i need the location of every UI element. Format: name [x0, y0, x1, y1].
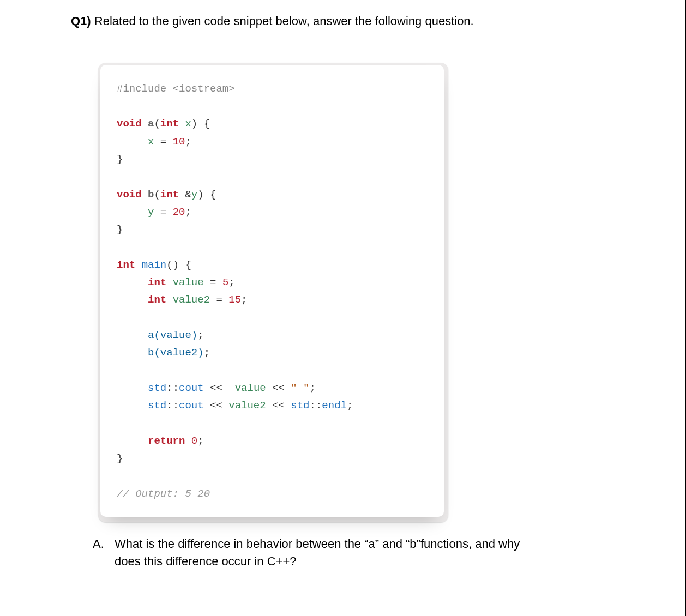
code-arg-value: (value)	[154, 329, 197, 341]
code-type-int: int	[148, 294, 166, 306]
code-preprocessor: #include <iostream>	[117, 83, 235, 95]
code-sig-close: ) {	[191, 118, 210, 130]
code-eq: =	[154, 136, 172, 148]
code-brace: }	[117, 452, 123, 464]
code-fn-main: main	[142, 259, 167, 271]
code-brace: }	[117, 224, 123, 235]
code-semi: ;	[197, 329, 203, 341]
code-eq: =	[154, 206, 172, 218]
code-semi: ;	[197, 435, 203, 447]
code-sig: () {	[166, 259, 191, 271]
code-card-wrapper: #include <iostream> void a(int x) { x = …	[98, 63, 448, 522]
code-ns-std: std	[291, 400, 309, 412]
question-number: Q1)	[71, 14, 91, 28]
sub-question: A. What is the difference in behavior be…	[93, 535, 545, 570]
code-semi: ;	[185, 206, 191, 218]
code-sig-close: ) {	[197, 189, 216, 201]
code-scope: ::	[310, 400, 322, 412]
sub-question-text: What is the difference in behavior betwe…	[115, 535, 545, 570]
code-ns-std: std	[148, 400, 166, 412]
sub-question-letter: A.	[93, 535, 107, 553]
code-num-10: 10	[173, 136, 185, 148]
code-op: <<	[266, 400, 291, 412]
code-arg-value2: (value2)	[154, 347, 203, 359]
code-op: <<	[204, 382, 229, 394]
code-num-5: 5	[222, 276, 228, 288]
code-value2: value2	[228, 400, 266, 412]
code-type-int: int	[160, 189, 179, 201]
code-keyword-void: void	[117, 118, 142, 130]
code-var-x: x	[148, 136, 154, 148]
question-header: Q1) Related to the given code snippet be…	[71, 13, 609, 30]
code-cout: cout	[179, 382, 204, 394]
code-endl: endl	[322, 400, 347, 412]
code-value: value	[235, 382, 266, 394]
code-call-b: b	[148, 347, 154, 359]
code-output-comment: // Output: 5 20	[117, 488, 210, 500]
code-param-x: x	[185, 118, 191, 130]
code-str-space: " "	[291, 382, 309, 394]
code-block: #include <iostream> void a(int x) { x = …	[117, 80, 428, 503]
code-param-y: y	[191, 189, 197, 201]
code-cout: cout	[179, 400, 204, 412]
code-var-y: y	[148, 206, 154, 218]
code-semi: ;	[228, 276, 234, 288]
code-semi: ;	[241, 294, 247, 306]
code-call-a: a	[148, 329, 154, 341]
code-semi: ;	[347, 400, 353, 412]
code-op: <<	[266, 382, 291, 394]
code-brace: }	[117, 153, 123, 165]
code-keyword-void: void	[117, 189, 142, 201]
code-zero: 0	[191, 435, 197, 447]
code-card: #include <iostream> void a(int x) { x = …	[100, 65, 444, 517]
code-semi: ;	[185, 136, 191, 148]
code-fn-b: b	[148, 189, 154, 201]
code-num-20: 20	[173, 206, 185, 218]
code-fn-a: a	[148, 118, 154, 130]
code-scope: ::	[166, 382, 179, 394]
code-eq: =	[204, 276, 222, 288]
code-ns-std: std	[148, 382, 166, 394]
code-amp: &	[185, 189, 191, 201]
code-type-int: int	[117, 259, 135, 271]
code-num-15: 15	[228, 294, 241, 306]
code-var-value2: value2	[173, 294, 210, 306]
code-semi: ;	[310, 382, 316, 394]
code-op: <<	[204, 400, 229, 412]
code-scope: ::	[166, 400, 179, 412]
code-type-int: int	[160, 118, 179, 130]
code-paren: (	[154, 118, 160, 130]
document-page: Q1) Related to the given code snippet be…	[0, 0, 686, 616]
code-var-value: value	[173, 276, 204, 288]
code-return: return	[148, 435, 185, 447]
code-semi: ;	[204, 347, 210, 359]
code-paren: (	[154, 189, 160, 201]
question-prompt: Related to the given code snippet below,…	[94, 14, 474, 28]
code-type-int: int	[148, 276, 166, 288]
code-eq: =	[210, 294, 228, 306]
